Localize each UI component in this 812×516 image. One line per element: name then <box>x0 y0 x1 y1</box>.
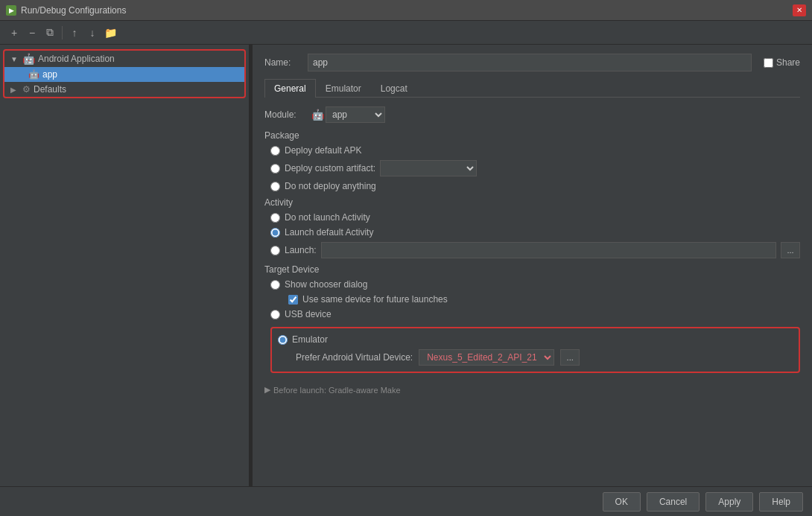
main-container: ▼ 🤖 Android Application 🤖 app ▶ ⚙ Defaul… <box>0 45 812 486</box>
prefer-avd-row: Prefer Android Virtual Device: Nexus_5_E… <box>278 349 793 366</box>
tab-logcat[interactable]: Logcat <box>371 79 417 98</box>
package-radio-group: Deploy default APK Deploy custom artifac… <box>264 145 800 191</box>
tabs-bar: General Emulator Logcat <box>264 79 800 98</box>
module-row: Module: 🤖 app <box>264 106 800 123</box>
share-row: Share <box>764 57 800 68</box>
apply-button[interactable]: Apply <box>705 492 753 512</box>
defaults-icon: ⚙ <box>22 84 31 95</box>
share-label: Share <box>776 57 800 68</box>
android-icon: 🤖 <box>22 53 35 65</box>
ok-button[interactable]: OK <box>603 492 641 512</box>
radio-launch-default-input[interactable] <box>270 228 280 238</box>
module-select[interactable]: app <box>326 106 385 123</box>
name-row: Name: Share <box>264 54 800 71</box>
tab-emulator[interactable]: Emulator <box>316 79 371 98</box>
emulator-highlighted-box: Emulator Prefer Android Virtual Device: … <box>270 327 800 373</box>
folder-button[interactable]: 📁 <box>102 25 118 41</box>
radio-emulator-input[interactable] <box>278 335 288 345</box>
title-bar-title: Run/Debug Configurations <box>21 5 126 16</box>
radio-launch-custom-label: Launch: <box>285 245 317 255</box>
module-select-wrapper: 🤖 app <box>311 106 385 123</box>
radio-deploy-custom-input[interactable] <box>270 164 280 173</box>
custom-artifact-select[interactable] <box>380 160 477 176</box>
title-bar: ▶ Run/Debug Configurations ✕ <box>0 0 812 21</box>
toolbar-sep-1 <box>62 26 63 39</box>
radio-do-not-launch: Do not launch Activity <box>270 212 800 223</box>
name-input[interactable] <box>308 54 752 71</box>
radio-show-chooser-label: Show chooser dialog <box>285 279 367 290</box>
radio-do-not-launch-input[interactable] <box>270 213 280 223</box>
before-launch-row[interactable]: ▶ Before launch: Gradle-aware Make <box>264 385 800 395</box>
before-launch-label: Before launch: Gradle-aware Make <box>273 386 401 395</box>
right-panel: Name: Share General Emulator Logcat Modu… <box>253 45 812 486</box>
radio-show-chooser: Show chooser dialog <box>270 279 800 290</box>
radio-usb-device: USB device <box>270 309 800 319</box>
radio-usb-device-label: USB device <box>285 309 332 319</box>
radio-deploy-default-apk-label: Deploy default APK <box>285 145 361 156</box>
cancel-button[interactable]: Cancel <box>647 492 700 512</box>
name-label: Name: <box>264 57 302 68</box>
copy-config-button[interactable]: ⧉ <box>42 25 58 41</box>
radio-launch-default-label: Launch default Activity <box>285 227 373 238</box>
target-device-radio-group: Show chooser dialog Use same device for … <box>264 279 800 373</box>
radio-deploy-custom: Deploy custom artifact: <box>270 160 800 176</box>
tab-general[interactable]: General <box>264 79 316 98</box>
checkbox-same-device-row: Use same device for future launches <box>270 294 800 305</box>
avd-ellipsis-button[interactable]: ... <box>560 349 580 366</box>
move-down-button[interactable]: ↓ <box>84 25 101 41</box>
close-button[interactable]: ✕ <box>793 4 806 16</box>
prefer-avd-label: Prefer Android Virtual Device: <box>296 352 413 363</box>
tree-item-android-application[interactable]: ▼ 🤖 Android Application <box>4 51 244 67</box>
remove-config-button[interactable]: − <box>24 25 40 41</box>
radio-usb-device-input[interactable] <box>270 310 280 319</box>
add-config-button[interactable]: + <box>6 25 22 41</box>
tree-label-android-application: Android Application <box>38 54 115 64</box>
radio-launch-custom-input[interactable] <box>270 246 280 255</box>
radio-deploy-custom-label: Deploy custom artifact: <box>285 163 375 173</box>
radio-do-not-deploy: Do not deploy anything <box>270 181 800 191</box>
target-device-section-label: Target Device <box>264 264 800 275</box>
tree-item-app[interactable]: 🤖 app <box>4 67 244 82</box>
title-bar-app-icon: ▶ <box>6 5 16 16</box>
radio-emulator: Emulator <box>278 334 793 345</box>
radio-launch-default: Launch default Activity <box>270 227 800 238</box>
share-checkbox[interactable] <box>764 58 773 68</box>
package-section-label: Package <box>264 130 800 141</box>
activity-section-label: Activity <box>264 197 800 208</box>
launch-ellipsis-button[interactable]: ... <box>781 242 800 258</box>
module-android-icon: 🤖 <box>311 109 324 121</box>
radio-show-chooser-input[interactable] <box>270 280 280 290</box>
radio-emulator-label: Emulator <box>292 334 328 345</box>
tree-arrow-android-app: ▼ <box>10 55 19 63</box>
tree-label-app: app <box>42 69 57 80</box>
custom-artifact-select-wrapper <box>380 160 477 176</box>
title-bar-left: ▶ Run/Debug Configurations <box>6 5 126 16</box>
launch-text-input[interactable] <box>321 242 776 258</box>
radio-do-not-launch-label: Do not launch Activity <box>285 212 370 223</box>
before-launch-arrow: ▶ <box>264 385 270 395</box>
activity-radio-group: Do not launch Activity Launch default Ac… <box>264 212 800 258</box>
bottom-bar: OK Cancel Apply Help <box>0 486 812 516</box>
toolbar: + − ⧉ ↑ ↓ 📁 <box>0 21 812 45</box>
tree-arrow-defaults: ▶ <box>10 86 19 94</box>
app-icon: 🤖 <box>28 69 39 80</box>
help-button[interactable]: Help <box>759 492 803 512</box>
radio-deploy-default-apk: Deploy default APK <box>270 145 800 156</box>
avd-select[interactable]: Nexus_5_Edited_2_API_21 <box>419 349 554 366</box>
radio-do-not-deploy-label: Do not deploy anything <box>285 181 376 191</box>
radio-launch-custom: Launch: ... <box>270 242 800 258</box>
radio-do-not-deploy-input[interactable] <box>270 182 280 191</box>
highlighted-tree-box: ▼ 🤖 Android Application 🤖 app ▶ ⚙ Defaul… <box>3 49 246 98</box>
left-panel: ▼ 🤖 Android Application 🤖 app ▶ ⚙ Defaul… <box>0 45 250 486</box>
move-up-button[interactable]: ↑ <box>66 25 83 41</box>
checkbox-same-device[interactable] <box>288 295 298 305</box>
module-label: Module: <box>264 109 305 120</box>
radio-deploy-default-apk-input[interactable] <box>270 146 280 156</box>
tree-item-defaults[interactable]: ▶ ⚙ Defaults <box>4 82 244 97</box>
tree-label-defaults: Defaults <box>34 84 66 95</box>
checkbox-same-device-label: Use same device for future launches <box>302 294 448 305</box>
